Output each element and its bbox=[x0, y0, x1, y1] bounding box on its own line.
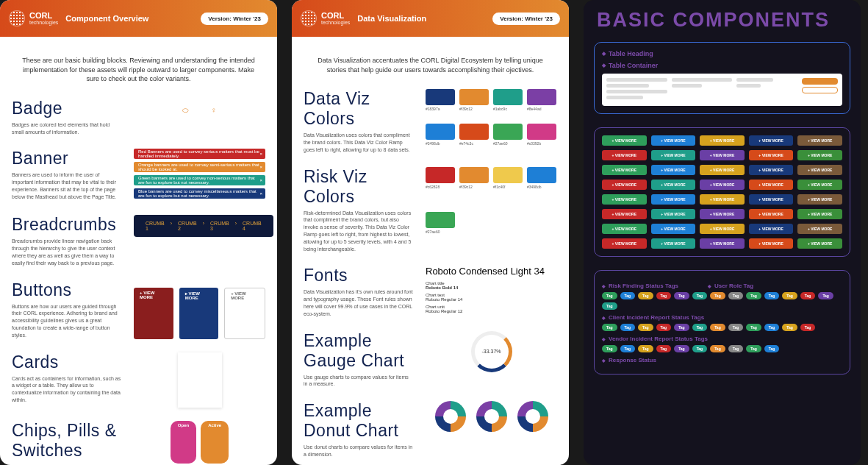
grid-button[interactable]: + VIEW MORE bbox=[749, 180, 794, 190]
grid-button[interactable]: + VIEW MORE bbox=[651, 209, 696, 219]
status-tag[interactable]: Tag bbox=[746, 292, 761, 299]
grid-button[interactable]: + VIEW MORE bbox=[749, 238, 794, 249]
grid-button[interactable]: + VIEW MORE bbox=[602, 165, 647, 175]
banner-blue[interactable]: Blue banners are used to convey miscella… bbox=[134, 188, 265, 199]
crumb[interactable]: CRUMB 2 bbox=[178, 221, 197, 231]
chip[interactable]: Open bbox=[171, 421, 196, 464]
status-tag[interactable]: Tag bbox=[746, 324, 761, 331]
status-tag[interactable]: Tag bbox=[620, 324, 636, 331]
status-tag[interactable]: Tag bbox=[602, 345, 617, 352]
grid-button[interactable]: + VIEW MORE bbox=[797, 209, 842, 219]
status-tag[interactable]: Tag bbox=[656, 292, 672, 299]
grid-button[interactable]: + VIEW MORE bbox=[651, 238, 696, 249]
color-swatch: #3498db bbox=[426, 124, 455, 154]
status-tag[interactable]: Tag bbox=[692, 345, 708, 352]
status-tag[interactable]: Tag bbox=[728, 324, 744, 331]
grid-button[interactable]: + VIEW MORE bbox=[651, 150, 696, 160]
status-tag[interactable]: Tag bbox=[800, 292, 816, 299]
status-tag[interactable]: Tag bbox=[728, 292, 744, 299]
banner-red[interactable]: Red Banners are used to convey serious m… bbox=[134, 149, 265, 159]
section-heading-fonts: Fonts bbox=[304, 266, 414, 285]
status-tag[interactable]: Tag bbox=[602, 324, 617, 331]
section-desc-buttons: Buttons are how our users are guided thr… bbox=[12, 303, 122, 339]
status-tag[interactable]: Tag bbox=[674, 345, 689, 352]
grid-button[interactable]: + VIEW MORE bbox=[700, 194, 745, 205]
grid-button[interactable]: + VIEW MORE bbox=[700, 224, 745, 234]
crumb[interactable]: CRUMB 4 bbox=[243, 221, 262, 231]
status-tag[interactable]: Tag bbox=[638, 345, 653, 352]
grid-button[interactable]: + VIEW MORE bbox=[700, 150, 745, 160]
status-tag[interactable]: Tag bbox=[728, 345, 744, 352]
grid-button[interactable]: + VIEW MORE bbox=[749, 209, 794, 219]
brand-name: CORL bbox=[29, 11, 52, 20]
crumb[interactable]: CRUMB 3 bbox=[210, 221, 229, 231]
grid-button[interactable]: + VIEW MORE bbox=[651, 165, 696, 175]
status-tag[interactable]: Tag bbox=[638, 324, 653, 331]
status-tag[interactable]: Tag bbox=[800, 324, 816, 331]
banner-teal[interactable]: Green banners are used to convey non-ser… bbox=[134, 175, 265, 185]
status-tag[interactable]: Tag bbox=[818, 292, 833, 299]
status-tag[interactable]: Tag bbox=[782, 324, 797, 331]
grid-button[interactable]: + VIEW MORE bbox=[797, 150, 842, 160]
status-tag[interactable]: Tag bbox=[602, 292, 617, 299]
grid-button[interactable]: + VIEW MORE bbox=[749, 224, 794, 234]
chip[interactable]: Active bbox=[201, 421, 229, 464]
grid-button[interactable]: + VIEW MORE bbox=[749, 135, 794, 146]
status-tag[interactable]: Tag bbox=[638, 292, 653, 299]
grid-button[interactable]: + VIEW MORE bbox=[651, 224, 696, 234]
grid-button[interactable]: + VIEW MORE bbox=[749, 165, 794, 175]
banner-orange[interactable]: Orange banners are used to convey semi-s… bbox=[134, 162, 265, 172]
color-swatch: #3498db bbox=[527, 167, 556, 207]
status-tag[interactable]: Tag bbox=[692, 292, 708, 299]
grid-button[interactable]: + VIEW MORE bbox=[700, 165, 745, 175]
grid-button[interactable]: + VIEW MORE bbox=[651, 194, 696, 205]
status-tag[interactable]: Tag bbox=[782, 292, 797, 299]
grid-button[interactable]: + VIEW MORE bbox=[797, 224, 842, 234]
breadcrumb-bar[interactable]: CRUMB 1› CRUMB 2› CRUMB 3› CRUMB 4 bbox=[134, 215, 273, 237]
grid-button[interactable]: + VIEW MORE bbox=[602, 150, 647, 160]
grid-button[interactable]: + VIEW MORE bbox=[602, 194, 647, 205]
status-tag[interactable]: Tag bbox=[692, 324, 708, 331]
status-tag[interactable]: Tag bbox=[746, 345, 761, 352]
grid-button[interactable]: + VIEW MORE bbox=[700, 180, 745, 190]
grid-button[interactable]: + VIEW MORE bbox=[797, 238, 842, 249]
grid-button[interactable]: + VIEW MORE bbox=[797, 194, 842, 205]
grid-button[interactable]: + VIEW MORE bbox=[749, 150, 794, 160]
sub-label: User Role Tag bbox=[708, 283, 753, 289]
status-tag[interactable]: Tag bbox=[656, 324, 672, 331]
status-tag[interactable]: Tag bbox=[674, 324, 689, 331]
grid-button[interactable]: + VIEW MORE bbox=[797, 180, 842, 190]
grid-button[interactable]: + VIEW MORE bbox=[602, 238, 647, 249]
status-tag[interactable]: Tag bbox=[656, 345, 672, 352]
status-tag[interactable]: Tag bbox=[674, 292, 689, 299]
button-secondary[interactable]: ▸ VIEW MORE bbox=[179, 288, 218, 339]
grid-button[interactable]: + VIEW MORE bbox=[700, 209, 745, 219]
grid-button[interactable]: + VIEW MORE bbox=[602, 135, 647, 146]
button-primary[interactable]: + VIEW MORE bbox=[134, 288, 173, 339]
grid-button[interactable]: + VIEW MORE bbox=[651, 180, 696, 190]
grid-button[interactable]: + VIEW MORE bbox=[700, 135, 745, 146]
section-heading-chips: Chips, Pills & Switches bbox=[12, 421, 122, 461]
status-tag[interactable]: Tag bbox=[710, 345, 725, 352]
page-title: Component Overview bbox=[65, 14, 148, 23]
status-tag[interactable]: Tag bbox=[710, 292, 725, 299]
grid-button[interactable]: + VIEW MORE bbox=[602, 224, 647, 234]
grid-button[interactable]: + VIEW MORE bbox=[797, 135, 842, 146]
grid-button[interactable]: + VIEW MORE bbox=[602, 209, 647, 219]
status-tag[interactable]: Tag bbox=[764, 324, 780, 331]
status-tag[interactable]: Tag bbox=[602, 302, 617, 310]
status-tag[interactable]: Tag bbox=[710, 324, 725, 331]
grid-button[interactable]: + VIEW MORE bbox=[797, 165, 842, 175]
grid-button[interactable]: + VIEW MORE bbox=[700, 238, 745, 249]
button-grid: + VIEW MORE+ VIEW MORE+ VIEW MORE+ VIEW … bbox=[602, 135, 842, 249]
status-tag[interactable]: Tag bbox=[620, 292, 636, 299]
status-tag[interactable]: Tag bbox=[620, 345, 636, 352]
grid-button[interactable]: + VIEW MORE bbox=[651, 135, 696, 146]
status-tag[interactable]: Tag bbox=[764, 345, 780, 352]
crumb[interactable]: CRUMB 1 bbox=[146, 221, 165, 231]
grid-button[interactable]: + VIEW MORE bbox=[749, 194, 794, 205]
button-outline[interactable]: + VIEW MORE bbox=[224, 288, 265, 339]
logo: CORLtechnologies bbox=[9, 10, 58, 26]
status-tag[interactable]: Tag bbox=[764, 292, 780, 299]
grid-button[interactable]: + VIEW MORE bbox=[602, 180, 647, 190]
